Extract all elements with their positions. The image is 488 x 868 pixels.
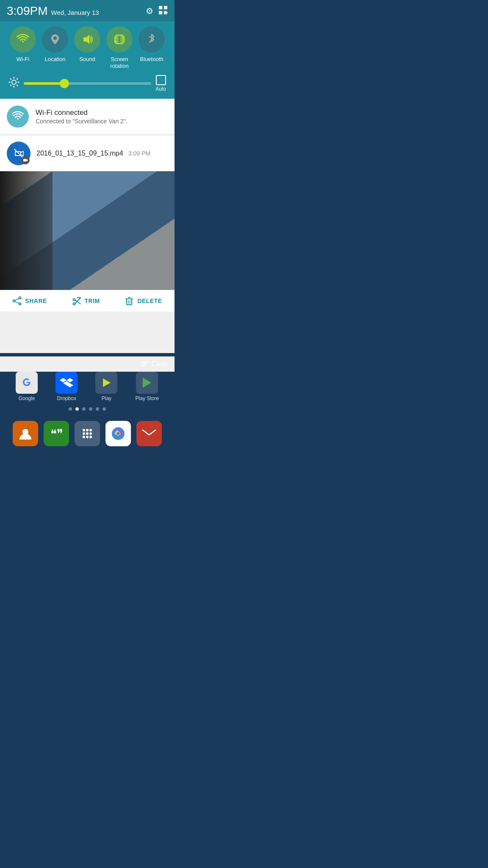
sound-toggle-circle[interactable] <box>74 26 100 53</box>
apps-icon[interactable] <box>75 421 100 446</box>
google-svg <box>20 376 33 389</box>
video-filename: 2016_01_13_15_09_15.mp4 <box>36 150 123 157</box>
dock-apps-row: Google Dropbox Play Pla <box>0 372 175 401</box>
rotation-label: Screenrotation <box>110 56 128 69</box>
svg-point-70 <box>116 432 120 435</box>
delete-button[interactable]: DELETE <box>125 296 162 306</box>
sound-toggle[interactable]: Sound <box>74 26 100 69</box>
settings-icon[interactable]: ⚙ <box>146 6 153 16</box>
delete-label: DELETE <box>137 298 162 304</box>
play-store-app[interactable]: Play Store <box>136 372 159 401</box>
brightness-icon <box>8 77 19 90</box>
location-icon <box>49 33 61 46</box>
wifi-toggle[interactable]: Wi-Fi <box>10 26 36 69</box>
bluetooth-label: Bluetooth <box>140 56 164 63</box>
clear-row: Clear <box>0 356 175 372</box>
brightness-fill <box>24 82 64 85</box>
wifi-icon <box>17 33 29 46</box>
dropbox-svg <box>60 376 73 389</box>
thumb-dark-overlay <box>0 171 53 290</box>
svg-point-58 <box>83 429 85 431</box>
svg-text:❝❞: ❝❞ <box>50 427 63 440</box>
quotes-app-icon[interactable]: ❝❞ <box>44 421 69 446</box>
rotation-icon <box>113 33 126 46</box>
video-badge <box>21 156 30 164</box>
grid-icon[interactable] <box>158 6 168 17</box>
google-icon[interactable] <box>16 372 38 394</box>
svg-point-36 <box>19 297 21 299</box>
svg-marker-7 <box>83 37 86 42</box>
video-notif-header: 2016_01_13_15_09_15.mp4 3:09 PM <box>0 136 175 171</box>
svg-marker-55 <box>143 378 151 388</box>
location-toggle[interactable]: Location <box>42 26 68 69</box>
svg-rect-9 <box>116 35 123 44</box>
svg-point-59 <box>86 429 89 431</box>
share-button[interactable]: SHARE <box>12 296 47 306</box>
location-toggle-circle[interactable] <box>42 26 68 53</box>
video-badge-icon <box>23 158 28 163</box>
video-thumbnail <box>0 171 175 290</box>
wifi-notification[interactable]: Wi-Fi connected Connected to "Surveillan… <box>0 99 175 135</box>
svg-point-65 <box>86 436 89 438</box>
location-label: Location <box>44 56 65 63</box>
google-app[interactable]: Google <box>16 372 38 401</box>
status-icons: ⚙ <box>146 6 168 17</box>
contacts-app-icon[interactable] <box>13 421 38 446</box>
wifi-notif-text: Wi-Fi connected Connected to "Surveillan… <box>36 108 128 125</box>
video-notif-info: 2016_01_13_15_09_15.mp4 3:09 PM <box>36 150 168 157</box>
svg-point-64 <box>83 436 85 438</box>
rotation-toggle-circle[interactable] <box>106 26 133 53</box>
status-time-area: 3:09 PM Wed, January 13 <box>7 4 99 18</box>
video-notification[interactable]: 2016_01_13_15_09_15.mp4 3:09 PM <box>0 136 175 312</box>
auto-checkbox[interactable] <box>156 75 166 85</box>
dropbox-app[interactable]: Dropbox <box>55 372 78 401</box>
status-bar: 3:09 PM Wed, January 13 ⚙ <box>0 0 175 21</box>
brightness-slider[interactable] <box>24 82 151 85</box>
play-icon[interactable] <box>95 372 117 394</box>
sound-icon <box>81 33 94 46</box>
page-dot-6 <box>103 407 106 411</box>
play-svg <box>100 376 113 389</box>
contacts-svg <box>18 426 33 441</box>
page-dot-2 <box>75 407 79 411</box>
app-dock-area: Clear Google Dropbox <box>0 353 175 458</box>
page-dots <box>0 407 175 411</box>
svg-point-37 <box>19 303 21 305</box>
trim-button[interactable]: TRIM <box>72 296 100 306</box>
play-store-label: Play Store <box>136 395 159 401</box>
video-time: 3:09 PM <box>128 150 150 157</box>
auto-brightness-button[interactable]: Auto <box>155 75 166 92</box>
ampm: PM <box>30 4 48 18</box>
wifi-notif-title: Wi-Fi connected <box>36 108 128 117</box>
chrome-app-icon[interactable] <box>105 421 131 446</box>
rotation-toggle[interactable]: Screenrotation <box>106 26 133 69</box>
share-icon <box>12 296 22 306</box>
svg-rect-1 <box>164 6 167 9</box>
svg-point-6 <box>53 36 57 40</box>
svg-rect-22 <box>23 159 26 161</box>
apps-svg <box>80 426 95 441</box>
notifications-area: Wi-Fi connected Connected to "Surveillan… <box>0 99 175 353</box>
clear-button[interactable]: Clear <box>141 360 168 368</box>
wifi-notif-svg <box>12 111 24 122</box>
bottom-dock: ❝❞ <box>0 417 175 453</box>
brightness-thumb[interactable] <box>60 79 69 88</box>
wifi-notif-subtitle: Connected to "Surveillance Van 2". <box>36 118 128 125</box>
page-dot-4 <box>89 407 92 411</box>
play-app[interactable]: Play <box>95 372 117 401</box>
quick-toggles: Wi-Fi Location Sound <box>7 26 168 69</box>
quotes-svg: ❝❞ <box>49 426 64 441</box>
bluetooth-toggle[interactable]: Bluetooth <box>139 26 165 69</box>
svg-point-60 <box>89 429 92 431</box>
video-notif-icon <box>7 142 30 165</box>
clear-label: Clear <box>152 360 168 368</box>
video-actions: SHARE TRIM <box>0 290 175 312</box>
dropbox-icon[interactable] <box>55 372 78 394</box>
wifi-toggle-circle[interactable] <box>10 26 36 53</box>
auto-label: Auto <box>155 86 166 92</box>
gmail-app-icon[interactable] <box>136 421 162 446</box>
chrome-svg <box>111 426 126 441</box>
wifi-label: Wi-Fi <box>17 56 29 63</box>
bluetooth-toggle-circle[interactable] <box>139 26 165 53</box>
play-store-icon[interactable] <box>136 372 158 394</box>
